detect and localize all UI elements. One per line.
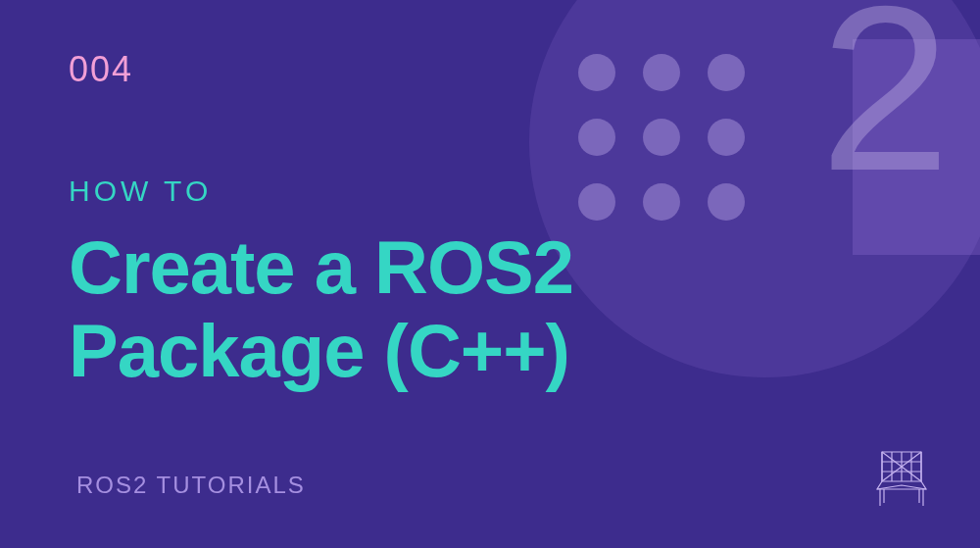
chair-logo-icon	[872, 442, 931, 511]
decoration-dot	[578, 183, 615, 221]
episode-number: 004	[69, 49, 133, 90]
decoration-dot	[643, 119, 680, 156]
decoration-dot	[643, 54, 680, 91]
big-number-decoration: 2	[820, 0, 951, 206]
main-title: Create a ROS2Package (C++)	[69, 225, 573, 392]
decoration-dot	[578, 54, 615, 91]
decoration-dot	[708, 54, 745, 91]
series-label: ROS2 TUTORIALS	[76, 472, 306, 499]
decoration-dot	[708, 119, 745, 156]
decoration-dot	[708, 183, 745, 221]
decoration-dot	[578, 119, 615, 156]
howto-label: HOW TO	[69, 174, 212, 208]
dot-grid-decoration	[578, 54, 745, 221]
decoration-dot	[643, 183, 680, 221]
